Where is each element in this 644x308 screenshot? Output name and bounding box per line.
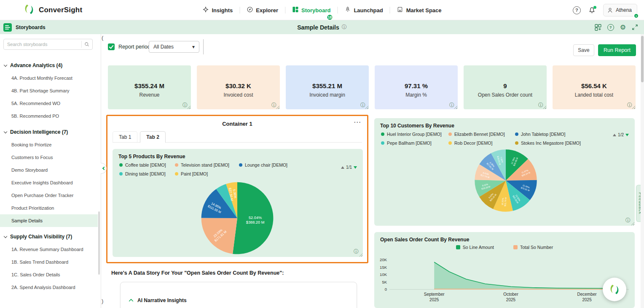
info-icon[interactable]: ⓘ bbox=[625, 217, 631, 224]
legend-item[interactable]: Huel Interior Group [DEMO] bbox=[381, 132, 448, 137]
resize-grip[interactable] bbox=[543, 105, 546, 109]
kpi-card-margin-[interactable]: 97.31 %Margin %ⓘ bbox=[375, 65, 458, 109]
legend-item[interactable]: Dining table [DEMO] bbox=[119, 171, 175, 176]
legend-item[interactable]: Elizabeth Bennet [DEMO] bbox=[448, 132, 515, 137]
info-icon[interactable]: ⓘ bbox=[449, 103, 454, 108]
sidebar-item-5a-recommended-wo[interactable]: 5A. Recommended WO bbox=[0, 97, 98, 110]
sidebar-section-header[interactable]: Supply Chain Visibility (7) bbox=[0, 230, 98, 243]
settings-gear-icon[interactable]: ⚙ bbox=[620, 24, 626, 31]
nav-item-explorer[interactable]: Explorer bbox=[247, 6, 278, 14]
nav-item-insights[interactable]: Insights bbox=[202, 6, 233, 14]
sidebar-item-5b-recommended-po[interactable]: 5B. Recommended PO bbox=[0, 110, 98, 122]
sidebar-item-4b-part-shortage-summary[interactable]: 4B. Part Shortage Summary bbox=[0, 84, 98, 97]
info-icon[interactable]: ⓘ bbox=[360, 103, 365, 108]
pie-top10-customers: 12.78%$26.95 M11.97%$25.24 M11.06%$23.31… bbox=[474, 149, 538, 213]
pager-up-icon[interactable] bbox=[613, 134, 616, 136]
sidebar-collapse-handle[interactable] bbox=[101, 163, 107, 174]
conversight-logo-icon bbox=[23, 3, 35, 17]
kpi-card-invoiced-margin[interactable]: $355.21 MInvoiced marginⓘ bbox=[286, 65, 369, 109]
run-report-button[interactable]: Run Report bbox=[598, 44, 636, 56]
sidebar-scrollbar[interactable] bbox=[98, 211, 100, 275]
date-filter-dropdown[interactable]: All Dates ▾ bbox=[149, 41, 199, 53]
sidebar-item-2a-spend-analysis-dashboard[interactable]: 2A. Spend Analysis Dashboard bbox=[0, 281, 98, 294]
legend-item[interactable]: Pepe Ballham [DEMO] bbox=[381, 140, 448, 146]
sidebar-item-customers-to-focus[interactable]: Customers to Focus bbox=[0, 151, 98, 164]
ai-narrative-toggle[interactable]: AI Narrative Insights bbox=[128, 297, 187, 303]
pager-down-icon[interactable] bbox=[625, 134, 629, 136]
tab-1[interactable]: Tab 1 bbox=[113, 131, 137, 142]
nav-item-launchpad[interactable]: Launchpad bbox=[344, 6, 383, 14]
search-icon[interactable] bbox=[81, 41, 92, 48]
info-icon[interactable]: ⓘ bbox=[538, 103, 543, 108]
legend-item[interactable]: Lounge chair [DEMO] bbox=[239, 162, 311, 168]
legend-item[interactable]: John Tabletop [DEMO] bbox=[515, 132, 595, 137]
help-icon[interactable]: ? bbox=[573, 6, 581, 14]
legend-swatch bbox=[175, 172, 178, 176]
sidebar-item-executive-insights-dashboard[interactable]: Executive Insights Dashboard bbox=[0, 176, 98, 189]
report-period-checkbox[interactable] bbox=[108, 43, 115, 50]
info-icon[interactable]: ⓘ bbox=[271, 103, 276, 108]
brand[interactable]: ConverSight bbox=[23, 0, 82, 20]
ai-narrative-card[interactable]: AI Narrative Insights bbox=[120, 282, 357, 308]
kpi-card-landed-total-cost[interactable]: $56.54 KLanded total costⓘ bbox=[553, 65, 636, 109]
sidebar-section-header[interactable]: Decision Intelligence (7) bbox=[0, 126, 98, 138]
legend-item[interactable]: So Line Amount bbox=[456, 245, 494, 250]
resize-grip[interactable] bbox=[632, 105, 635, 109]
legend-item[interactable]: Stokes Inc Megastore [DEMO] bbox=[515, 140, 595, 146]
kpi-card-invoiced-cost[interactable]: $30.32 KInvoiced costⓘ bbox=[197, 65, 280, 109]
resize-grip[interactable] bbox=[359, 253, 362, 257]
legend-item[interactable]: Rob Decor [DEMO] bbox=[448, 140, 515, 146]
sidebar-section-header[interactable]: Advance Analytics (4) bbox=[0, 59, 98, 72]
top-navbar: ConverSight InsightsExplorerStoryboard18… bbox=[0, 0, 644, 20]
resize-grip[interactable] bbox=[187, 105, 191, 109]
legend-label: Lounge chair [DEMO] bbox=[245, 162, 287, 168]
save-button[interactable]: Save bbox=[573, 44, 594, 56]
sidebar-item-1b-sales-trend-dashboard[interactable]: 1B. Sales Trend Dashboard bbox=[0, 256, 98, 268]
sidebar-item-product-prioritization[interactable]: Product Prioritization bbox=[0, 202, 98, 214]
nav-item-storyboard[interactable]: Storyboard18 bbox=[292, 6, 330, 14]
resize-grip[interactable] bbox=[631, 222, 634, 225]
pager-down-icon[interactable] bbox=[354, 166, 357, 169]
add-widget-icon[interactable] bbox=[595, 24, 601, 31]
main-nav: InsightsExplorerStoryboard18LaunchpadMar… bbox=[202, 0, 441, 20]
toolbar-divider bbox=[203, 39, 204, 54]
kpi-card-revenue[interactable]: $355.24 MRevenueⓘ bbox=[108, 65, 191, 109]
expand-icon[interactable] bbox=[632, 24, 638, 30]
nav-item-market-space[interactable]: Market Space bbox=[397, 6, 442, 14]
container-menu-button[interactable]: ⋯ bbox=[354, 118, 361, 127]
sidebar-item-1c-sales-order-details[interactable]: 1C. Sales Order Details bbox=[0, 268, 98, 281]
legend-item[interactable]: Paint [DEMO] bbox=[175, 171, 239, 176]
nav-item-label: Market Space bbox=[406, 7, 442, 14]
help-icon[interactable]: ? bbox=[607, 24, 614, 31]
tab-2[interactable]: Tab 2 bbox=[140, 131, 165, 143]
legend-item[interactable]: Coffee table [DEMO] bbox=[119, 162, 175, 168]
sidebar-item-1a-revenue-summary-dashboard[interactable]: 1A. Revenue Summary Dashboard bbox=[0, 243, 98, 256]
info-icon[interactable]: ⓘ bbox=[627, 103, 632, 108]
sidebar-item-4a-product-monthly-forecast[interactable]: 4A. Product Monthly Forecast bbox=[0, 72, 98, 84]
title-info-icon[interactable]: ⓘ bbox=[342, 24, 347, 31]
scrollbar-thumb[interactable] bbox=[641, 36, 644, 82]
info-icon[interactable]: ⓘ bbox=[354, 248, 359, 255]
pager-up-icon[interactable] bbox=[341, 166, 344, 169]
subheader-actions: ? ⚙ bbox=[595, 20, 638, 34]
x-tick-label: October2025 bbox=[492, 292, 530, 303]
legend-item[interactable]: Television stand [DEMO] bbox=[175, 162, 239, 168]
storyboards-breadcrumb[interactable]: Storyboards bbox=[3, 20, 46, 34]
notifications-bell-icon[interactable] bbox=[588, 7, 596, 14]
sidebar-item-sample-details[interactable]: Sample Details bbox=[0, 214, 98, 227]
area-chart[interactable] bbox=[389, 258, 629, 291]
container-1[interactable]: Container 1 ⋯ Tab 1 Tab 2 Top 5 Products… bbox=[106, 115, 368, 263]
resize-grip[interactable] bbox=[454, 105, 457, 109]
search-input[interactable] bbox=[4, 42, 81, 47]
sidebar-item-open-purchase-order-tracker[interactable]: Open Purchase Order Tracker bbox=[0, 189, 98, 202]
resize-grip[interactable] bbox=[365, 105, 368, 109]
legend-item[interactable]: Total So Number bbox=[513, 245, 553, 250]
kpi-card-open-sales-order-count[interactable]: 9Open Sales Order countⓘ bbox=[464, 65, 547, 109]
resize-grip[interactable] bbox=[276, 105, 279, 109]
sidebar-item-demo-storyboard[interactable]: Demo Storyboard bbox=[0, 164, 98, 176]
sidebar-item-booking-to-priortize[interactable]: Booking to Priortize bbox=[0, 138, 98, 151]
chat-assistant-button[interactable] bbox=[603, 278, 626, 301]
nav-item-label: Insights bbox=[212, 7, 233, 14]
user-menu[interactable]: Athena ▾ bbox=[603, 4, 637, 16]
info-icon[interactable]: ⓘ bbox=[182, 103, 188, 108]
